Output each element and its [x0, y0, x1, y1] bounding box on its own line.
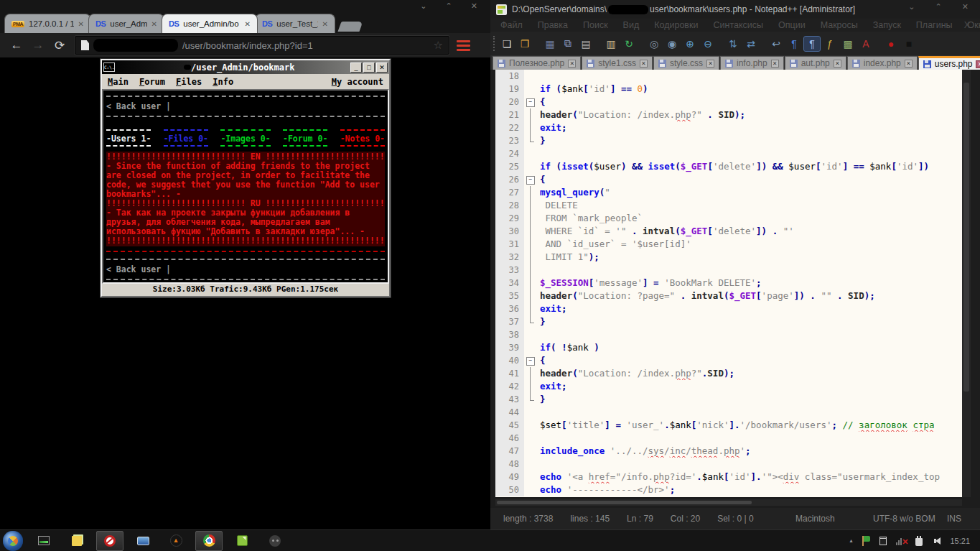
syntax-check-icon[interactable]: A [858, 37, 874, 51]
record-macro-icon[interactable]: ● [883, 37, 899, 51]
site-menu-main[interactable]: Main [108, 77, 129, 87]
zoom-out-icon[interactable]: ⊖ [700, 37, 716, 51]
stop-macro-icon[interactable]: ■ [901, 37, 917, 51]
browser-menu-icon[interactable] [457, 40, 470, 51]
npp-menu-опции[interactable]: Опции [778, 20, 806, 30]
npp-minimize-button[interactable]: ⌄ [908, 2, 915, 11]
open-file-icon[interactable]: ❐ [517, 37, 533, 51]
npp-menu-синтаксисы[interactable]: Синтаксисы [713, 20, 763, 30]
document-map-icon[interactable]: ▩ [840, 37, 856, 51]
sync-scroll-v-icon[interactable]: ⇅ [725, 37, 741, 51]
resource-monitor-icon[interactable] [30, 531, 57, 551]
npp-tab-close-icon[interactable]: ✕ [568, 60, 576, 68]
npp-menu-close[interactable]: X [964, 20, 970, 30]
url-bar[interactable]: /user/bookmark/index.php?id=1 ☆ [75, 36, 449, 55]
horizontal-scrollbar[interactable] [495, 499, 962, 506]
clock[interactable]: 15:21 [950, 537, 970, 545]
new-tab-button[interactable] [337, 22, 363, 32]
npp-menu-плагины[interactable]: Плагины [916, 20, 953, 30]
npp-menu-файл[interactable]: Файл [500, 20, 523, 30]
tab-close-icon[interactable]: ✕ [245, 20, 251, 28]
paste-icon[interactable]: ▥ [603, 37, 619, 51]
start-button[interactable] [3, 531, 23, 551]
redo-icon[interactable]: ↻ [621, 37, 637, 51]
back-button[interactable]: ← [6, 38, 27, 52]
browser-tab-user-admin[interactable]: DSuser_Admin✕ [88, 14, 164, 33]
npp-menu-кодировки[interactable]: Кодировки [654, 20, 698, 30]
messenger-icon[interactable] [261, 531, 289, 551]
show-hidden-icon[interactable]: ▴ [849, 537, 852, 544]
site-menu-info[interactable]: Info [213, 77, 233, 87]
trash-icon[interactable] [879, 537, 887, 545]
daemon-tools-icon[interactable]: ▲ [162, 531, 190, 551]
code-editor[interactable]: 1819if ($ank['id'] == 0)20{21header("Loc… [495, 70, 962, 497]
npp-maximize-button[interactable]: ⌃ [935, 2, 942, 11]
npp-menu-запуск[interactable]: Запуск [873, 20, 901, 30]
browser-minimize-button[interactable]: ⌄ [420, 1, 426, 11]
function-list-icon[interactable]: ƒ [822, 37, 838, 51]
npp-tab-style1-css[interactable]: style1.css✕ [582, 56, 653, 70]
tab-close-icon[interactable]: ✕ [151, 20, 157, 28]
npp-tab--php[interactable]: Полезное.php✕ [493, 56, 581, 70]
npp-tab-aut-php[interactable]: aut.php✕ [785, 56, 846, 70]
tab-close-icon[interactable]: ✕ [322, 20, 328, 28]
npp-tab-close-icon[interactable]: ✕ [706, 60, 714, 68]
npp-close-button[interactable]: ✕ [962, 2, 969, 11]
npp-menu-правка[interactable]: Правка [538, 20, 568, 30]
vertical-scrollbar[interactable] [962, 70, 971, 497]
show-paragraph-icon[interactable]: ¶ [786, 37, 802, 51]
back-user-link[interactable]: < Back user | [106, 265, 385, 274]
npp-tab-users-php[interactable]: users.php✕ [918, 56, 980, 70]
sync-scroll-h-icon[interactable]: ⇄ [743, 37, 759, 51]
npp-menu-макросы[interactable]: Макросы [821, 20, 858, 30]
site-minimize-button[interactable]: _ [350, 62, 362, 73]
site-menu-files[interactable]: Files [176, 77, 202, 87]
npp-tab-info-php[interactable]: info.php✕ [720, 56, 784, 70]
volume-icon[interactable] [932, 537, 941, 545]
fold-marker[interactable] [524, 354, 536, 367]
print-icon[interactable]: ▤ [578, 37, 594, 51]
npp-tab-style-css[interactable]: style.css✕ [653, 56, 719, 70]
url-text[interactable]: /user/bookmark/index.php?id=1 [182, 40, 429, 51]
npp-tab-index-php[interactable]: index.php✕ [847, 56, 918, 70]
fold-marker[interactable] [524, 96, 536, 108]
npp-tab-close-icon[interactable]: ✕ [976, 60, 980, 68]
fold-marker[interactable] [524, 173, 536, 186]
zoom-in-icon[interactable]: ⊕ [682, 37, 698, 51]
speed-monitor-icon[interactable] [96, 531, 123, 551]
new-file-icon[interactable]: ❏ [499, 37, 515, 51]
save-all-icon[interactable]: ⧉ [560, 37, 576, 51]
browser-tab-user-test-1234[interactable]: DSuser_Test_1234✕ [255, 14, 335, 33]
npp-tab-close-icon[interactable]: ✕ [771, 60, 779, 68]
npp-menu-поиск[interactable]: Поиск [583, 20, 608, 30]
forward-button[interactable]: → [27, 38, 49, 52]
display-settings-icon[interactable] [129, 531, 157, 551]
network-error-icon[interactable]: ✕ [896, 537, 906, 545]
reload-button[interactable]: ⟳ [49, 38, 70, 53]
tab-close-icon[interactable]: ✕ [78, 20, 84, 28]
bookmark-star-icon[interactable]: ☆ [434, 39, 443, 52]
word-wrap-icon[interactable]: ↩ [768, 37, 784, 51]
show-all-chars-icon[interactable]: ¶ [804, 37, 820, 51]
browser-tab-user-admin-bo[interactable]: DSuser_Admin/bo✕ [162, 14, 258, 33]
find-icon[interactable]: ◎ [646, 37, 662, 51]
site-maximize-button[interactable]: □ [363, 62, 375, 73]
npp-tab-close-icon[interactable]: ✕ [905, 60, 913, 68]
npp-tab-close-icon[interactable]: ✕ [640, 60, 648, 68]
replace-icon[interactable]: ◉ [664, 37, 680, 51]
browser-maximize-button[interactable]: ⌃ [446, 1, 452, 11]
chrome-icon[interactable] [195, 531, 223, 551]
npp-menu-вид[interactable]: Вид [623, 20, 640, 30]
site-close-button[interactable]: ✕ [376, 62, 388, 73]
notepad-plus-plus-icon[interactable] [228, 531, 256, 551]
browser-close-button[interactable]: ✕ [471, 1, 477, 11]
browser-tab-127-0-0-1-127[interactable]: PMA127.0.0.1 / 127✕ [4, 14, 91, 33]
site-menu-forum[interactable]: Forum [139, 77, 165, 87]
sticky-notes-icon[interactable] [63, 531, 90, 551]
save-icon[interactable]: ▦ [542, 37, 558, 51]
site-menu-my-account[interactable]: My account [332, 77, 383, 87]
npp-tab-close-icon[interactable]: ✕ [834, 60, 841, 68]
back-user-link[interactable]: < Back user | [106, 102, 385, 111]
action-center-flag-icon[interactable] [862, 536, 870, 546]
safely-remove-icon[interactable] [915, 538, 923, 546]
